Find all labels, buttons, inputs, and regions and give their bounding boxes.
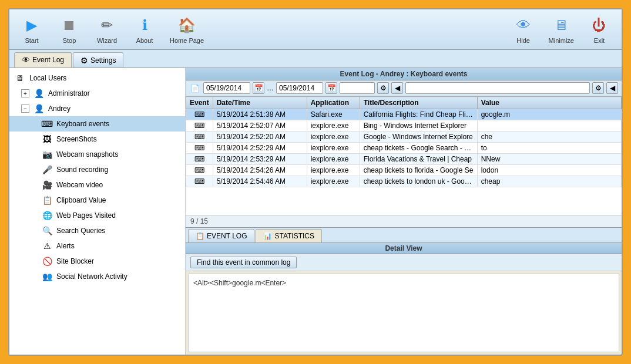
keyword-clear-icon: ◀ [610, 84, 615, 92]
table-row[interactable]: ⌨ 5/19/2014 2:51:38 AM Safari.exe Califo… [186, 109, 622, 120]
tab-settings[interactable]: ⚙ Settings [73, 52, 123, 68]
andrey-items: ⌨Keyboard events🖼ScreenShots📷Webcam snap… [9, 116, 185, 284]
sidebar-item-keyboard-events[interactable]: ⌨Keyboard events [9, 116, 185, 132]
find-event-button[interactable]: Find this event in common log [190, 257, 297, 268]
andrey-label: Andrey [48, 105, 71, 113]
keyword-clear-btn[interactable]: ◀ [606, 82, 618, 94]
sidebar-local-users[interactable]: 🖥 Local Users [9, 70, 185, 86]
row-event-icon: ⌨ [186, 132, 213, 143]
bottom-tab-statistics-label: STATISTICS [274, 232, 314, 240]
date-to-input[interactable] [276, 82, 323, 94]
toolbar-btn-wizard[interactable]: ✏Wizard [89, 12, 125, 47]
toolbar-btn-start[interactable]: ▶Start [14, 12, 49, 47]
minimize-label: Minimize [549, 37, 574, 44]
sidebar-item-sound-recording[interactable]: 🎤Sound recording [9, 162, 185, 177]
keyword-filter-input[interactable] [405, 82, 590, 94]
sidebar-item-social-network-activity[interactable]: 👥Social Network Activity [9, 269, 185, 284]
table-row[interactable]: ⌨ 5/19/2014 2:52:29 AM iexplore.exe chea… [186, 143, 622, 154]
event-log-icon: 👁 [22, 55, 30, 65]
toolbar-btn-minimize[interactable]: 🖥Minimize [543, 12, 579, 47]
detail-view-title: Detail View [385, 244, 422, 252]
detail-view-header: Detail View [186, 243, 622, 254]
date-to-calendar-btn[interactable]: 📅 [325, 82, 337, 94]
table-header-row: Event Date/Time Application Title/Descri… [186, 97, 622, 109]
wizard-label: Wizard [97, 37, 117, 44]
expand-andrey-btn[interactable]: − [21, 105, 29, 113]
row-datetime: 5/19/2014 2:54:46 AM [213, 176, 307, 187]
tab-event-log-label: Event Log [32, 56, 64, 64]
toolbar-btn-home[interactable]: 🏠Home Page [165, 12, 209, 47]
app-filter-input[interactable] [340, 82, 375, 94]
sidebar-item-alerts[interactable]: ⚠Alerts [9, 238, 185, 254]
pagination-bar: 9 / 15 [186, 215, 622, 227]
toolbar-btn-stop[interactable]: ⏹Stop [52, 12, 87, 47]
row-app: iexplore.exe [307, 154, 360, 165]
toolbar-btn-hide[interactable]: 👁Hide [506, 12, 541, 47]
row-event-icon: ⌨ [186, 165, 213, 176]
detail-content: <Alt><Shift>google.m<Enter> [188, 274, 619, 352]
exit-label: Exit [594, 37, 605, 44]
row-title: cheap tickets to london uk - Google [360, 176, 477, 187]
row-value: che [477, 132, 621, 143]
item-label-0: Keyboard events [56, 120, 109, 128]
col-value[interactable]: Value [477, 97, 621, 109]
table-row[interactable]: ⌨ 5/19/2014 2:52:07 AM iexplore.exe Bing… [186, 120, 622, 132]
bottom-tab-event-log[interactable]: 📋 EVENT LOG [188, 229, 254, 242]
sidebar-item-search-queries[interactable]: 🔍Search Queries [9, 223, 185, 238]
col-datetime[interactable]: Date/Time [213, 97, 307, 109]
keyword-filter-btn[interactable]: ⚙ [592, 82, 604, 94]
col-application[interactable]: Application [307, 97, 360, 109]
table-row[interactable]: ⌨ 5/19/2014 2:54:26 AM iexplore.exe chea… [186, 165, 622, 176]
row-title: cheap tickets to florida - Google Se [360, 165, 477, 176]
item-label-10: Social Network Activity [56, 272, 127, 281]
sidebar-item-web-pages-visited[interactable]: 🌐Web Pages Visited [9, 208, 185, 223]
sidebar-item-site-blocker[interactable]: 🚫Site Blocker [9, 254, 185, 269]
sidebar: 🖥 Local Users + 👤 Administrator − 👤 Andr… [9, 68, 186, 355]
item-label-7: Search Queries [56, 227, 105, 235]
item-label-8: Alerts [56, 242, 75, 250]
minimize-icon: 🖥 [551, 15, 572, 36]
row-datetime: 5/19/2014 2:52:07 AM [213, 120, 307, 132]
toolbar-buttons: ▶Start⏹Stop✏WizardℹAbout🏠Home Page [14, 12, 209, 47]
toolbar-btn-about[interactable]: ℹAbout [127, 12, 162, 47]
toolbar-btn-exit[interactable]: ⏻Exit [582, 12, 617, 47]
tab-event-log[interactable]: 👁 Event Log [14, 52, 72, 68]
table-row[interactable]: ⌨ 5/19/2014 2:54:46 AM iexplore.exe chea… [186, 176, 622, 187]
table-row[interactable]: ⌨ 5/19/2014 2:53:29 AM iexplore.exe Flor… [186, 154, 622, 165]
col-title[interactable]: Title/Description [360, 97, 477, 109]
bottom-tabs: 📋 EVENT LOG 📊 STATISTICS [186, 227, 622, 243]
sidebar-user-andrey[interactable]: − 👤 Andrey [9, 101, 185, 116]
keyboard-row-icon: ⌨ [194, 133, 204, 141]
sidebar-item-clipboard-value[interactable]: 📋Clipboard Value [9, 193, 185, 208]
item-icon-4: 🎥 [41, 179, 53, 191]
table-row[interactable]: ⌨ 5/19/2014 2:52:20 AM iexplore.exe Goog… [186, 132, 622, 143]
row-app: iexplore.exe [307, 165, 360, 176]
keyboard-row-icon: ⌨ [194, 122, 204, 130]
row-value: to [477, 143, 621, 154]
sidebar-item-webcam-snapshots[interactable]: 📷Webcam snapshots [9, 147, 185, 162]
row-value: google.m [477, 109, 621, 120]
keyword-icon: ⚙ [595, 84, 602, 92]
bottom-tab-event-log-label: EVENT LOG [207, 232, 247, 240]
row-app: iexplore.exe [307, 132, 360, 143]
item-label-9: Site Blocker [56, 257, 94, 265]
item-label-5: Clipboard Value [56, 196, 106, 204]
app-filter-btn[interactable]: ⚙ [377, 82, 389, 94]
app-filter-clear-btn[interactable]: ◀ [391, 82, 403, 94]
sidebar-item-screenshots[interactable]: 🖼ScreenShots [9, 132, 185, 147]
item-icon-2: 📷 [41, 149, 53, 160]
date-from-calendar-btn[interactable]: 📅 [253, 82, 264, 94]
date-from-input[interactable] [203, 82, 250, 94]
expand-administrator-btn[interactable]: + [21, 89, 29, 97]
item-icon-8: ⚠ [41, 240, 53, 252]
calendar-icon-to: 📅 [327, 84, 336, 92]
row-title: cheap tickets - Google Search - Win [360, 143, 477, 154]
pagination-text: 9 / 15 [190, 217, 208, 225]
sidebar-item-webcam-video[interactable]: 🎥Webcam video [9, 177, 185, 193]
bottom-tab-statistics[interactable]: 📊 STATISTICS [256, 229, 322, 242]
sidebar-user-administrator[interactable]: + 👤 Administrator [9, 86, 185, 101]
event-log-header: Event Log - Andrey : Keyboard events [186, 68, 622, 80]
detail-view-section: Detail View Find this event in common lo… [186, 243, 622, 355]
row-datetime: 5/19/2014 2:54:26 AM [213, 165, 307, 176]
bottom-tab-statistics-icon: 📊 [263, 232, 272, 240]
